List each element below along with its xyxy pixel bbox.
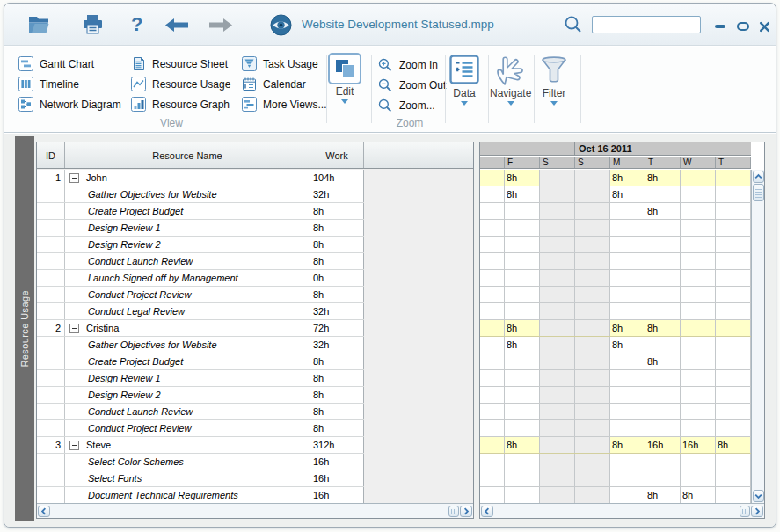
timeline-cell[interactable] [575, 253, 610, 269]
timeline-cell[interactable] [575, 353, 610, 369]
collapse-icon[interactable] [69, 441, 79, 450]
timeline-cell[interactable] [716, 404, 751, 419]
timeline-cell-lead[interactable] [480, 487, 505, 503]
timeline-cell[interactable] [540, 237, 575, 252]
table-row-launch-signed-off-by-management[interactable]: Launch Signed off by Management0h [37, 270, 364, 287]
timeline-cell[interactable] [575, 337, 610, 353]
view-item-more-views[interactable]: More Views... [242, 97, 339, 112]
timeline-cell[interactable] [681, 337, 716, 353]
timeline-cell[interactable] [610, 404, 645, 419]
cell-work[interactable]: 8h [310, 387, 364, 403]
timeline-cell[interactable] [645, 186, 681, 202]
timeline-cell[interactable] [645, 370, 681, 386]
cell-id[interactable] [37, 454, 65, 470]
timeline-cell[interactable]: 8h [610, 186, 645, 202]
cell-id[interactable] [37, 470, 65, 486]
timeline-vscrollbar[interactable] [751, 170, 764, 503]
scroll-up-button[interactable] [753, 171, 764, 183]
cell-id[interactable] [37, 370, 65, 386]
cell-id[interactable]: 2 [37, 320, 65, 336]
column-header-id[interactable]: ID [37, 142, 65, 168]
timeline-cell[interactable] [716, 487, 751, 503]
timeline-hscrollbar[interactable] [480, 503, 764, 518]
cell-work[interactable]: 312h [310, 437, 364, 453]
timeline-cell[interactable] [716, 320, 751, 336]
scrollbar-thumb[interactable] [753, 184, 764, 201]
timeline-cell-lead[interactable] [480, 337, 505, 353]
timeline-cell-lead[interactable] [480, 437, 505, 453]
table-row-conduct-project-review[interactable]: Conduct Project Review8h [37, 287, 364, 303]
timeline-cell[interactable] [716, 287, 751, 302]
cell-resource-name[interactable]: Design Review 2 [65, 387, 310, 403]
timeline-cell-lead[interactable] [480, 454, 505, 470]
edit-button[interactable]: Edit [328, 53, 361, 107]
cell-id[interactable] [37, 303, 65, 319]
timeline-cell[interactable] [540, 220, 575, 236]
timeline-cell[interactable] [645, 420, 681, 436]
timeline-cell[interactable] [681, 404, 716, 419]
timeline-cell[interactable] [505, 253, 540, 269]
timeline-cell-lead[interactable] [480, 203, 505, 219]
timeline-cell[interactable] [540, 487, 575, 503]
scroll-right-button[interactable] [751, 506, 763, 517]
timeline-cell[interactable] [540, 320, 575, 336]
timeline-cell[interactable] [610, 487, 645, 503]
table-row-cristina[interactable]: 2Cristina72h [37, 320, 364, 337]
cell-work[interactable]: 32h [310, 186, 364, 202]
timeline-cell[interactable] [575, 404, 610, 419]
cell-resource-name[interactable]: Gather Objectives for Website [65, 186, 310, 202]
timeline-cell[interactable]: 8h [505, 337, 540, 353]
search-icon[interactable] [564, 15, 583, 34]
cell-id[interactable] [37, 387, 65, 403]
timeline-cell[interactable] [540, 437, 575, 453]
cell-id[interactable]: 3 [37, 437, 65, 453]
cell-id[interactable]: 1 [37, 170, 65, 186]
cell-id[interactable] [37, 337, 65, 353]
cell-resource-name[interactable]: Design Review 2 [65, 237, 310, 252]
table-row-conduct-project-review[interactable]: Conduct Project Review8h [37, 420, 364, 437]
timeline-cell-lead[interactable] [480, 420, 505, 436]
table-row-design-review-2[interactable]: Design Review 28h [37, 387, 364, 404]
cell-resource-name[interactable]: Create Project Budget [65, 203, 310, 219]
cell-id[interactable] [37, 487, 65, 503]
timeline-cell[interactable] [505, 220, 540, 236]
column-header-work[interactable]: Work [310, 142, 364, 168]
view-tab-resource-usage[interactable]: Resource Usage [15, 136, 34, 521]
timeline-cell[interactable] [575, 237, 610, 252]
scroll-right-button[interactable] [460, 506, 472, 517]
timeline-cell[interactable] [610, 220, 645, 236]
timeline-cell[interactable] [645, 303, 681, 319]
timeline-cell[interactable] [505, 454, 540, 470]
timeline-cell[interactable] [716, 270, 751, 286]
cell-work[interactable]: 0h [310, 270, 364, 286]
timeline-cell[interactable] [716, 470, 751, 486]
cell-id[interactable] [37, 186, 65, 202]
cell-resource-name[interactable]: Cristina [65, 320, 310, 336]
timeline-cell[interactable] [575, 270, 610, 286]
table-row-gather-objectives-for-website[interactable]: Gather Objectives for Website32h [37, 337, 364, 353]
timeline-cell[interactable] [575, 170, 610, 186]
timeline-cell[interactable] [575, 220, 610, 236]
timeline-cell[interactable] [575, 454, 610, 470]
timeline-cell[interactable] [505, 353, 540, 369]
timeline-cell[interactable] [716, 237, 751, 252]
timeline-cell[interactable]: 8h [645, 203, 681, 219]
timeline-cell[interactable] [716, 170, 751, 186]
timeline-cell[interactable] [645, 454, 681, 470]
table-row-john[interactable]: 1John104h [37, 170, 364, 186]
cell-work[interactable]: 16h [310, 470, 364, 486]
timeline-cell-lead[interactable] [480, 404, 505, 419]
cell-work[interactable]: 8h [310, 287, 364, 302]
timeline-cell[interactable] [540, 170, 575, 186]
timeline-cell[interactable]: 8h [505, 170, 540, 186]
timeline-cell[interactable] [716, 220, 751, 236]
timeline-cell-lead[interactable] [480, 387, 505, 403]
timeline-cell[interactable] [681, 420, 716, 436]
timeline-cell[interactable] [645, 470, 681, 486]
timeline-cell[interactable] [716, 337, 751, 353]
scroll-left-button[interactable] [481, 506, 493, 517]
cell-work[interactable]: 8h [310, 237, 364, 252]
timeline-cell[interactable] [505, 287, 540, 302]
timeline-cell[interactable] [505, 203, 540, 219]
timeline-cell[interactable] [681, 203, 716, 219]
